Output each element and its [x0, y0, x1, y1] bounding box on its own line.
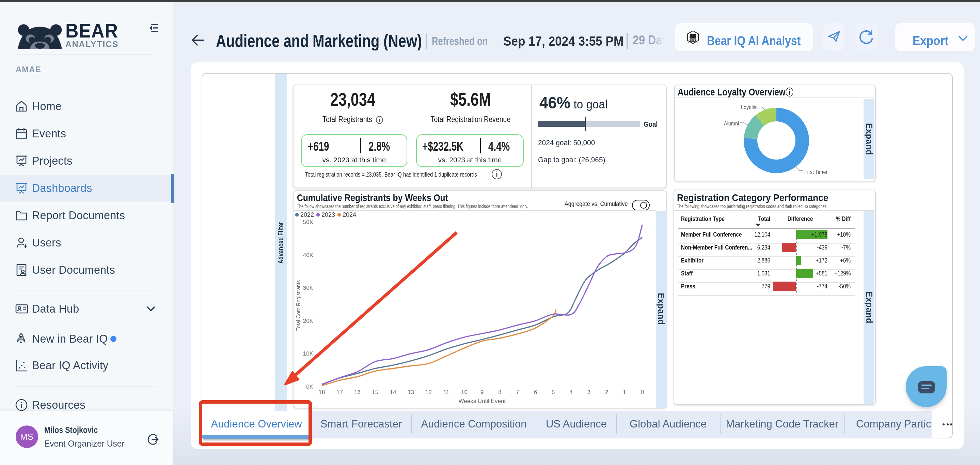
svg-text:1: 1: [623, 389, 626, 395]
svg-text:2024: 2024: [342, 211, 356, 218]
svg-text:17: 17: [336, 389, 343, 395]
svg-text:50K: 50K: [303, 219, 313, 225]
svg-text:10: 10: [461, 389, 468, 395]
svg-text:30K: 30K: [303, 284, 313, 291]
svg-text:10K: 10K: [303, 350, 313, 357]
svg-text:20K: 20K: [303, 318, 313, 324]
svg-text:0: 0: [641, 389, 644, 395]
svg-text:18: 18: [319, 389, 325, 395]
svg-text:9: 9: [480, 389, 484, 395]
svg-text:3: 3: [587, 389, 590, 395]
svg-text:2: 2: [605, 389, 608, 395]
svg-text:11: 11: [443, 389, 449, 395]
svg-text:2023: 2023: [321, 211, 335, 218]
svg-text:BEAR: BEAR: [690, 39, 696, 42]
svg-text:Weeks Until Event: Weeks Until Event: [459, 398, 506, 404]
svg-text:7: 7: [516, 389, 519, 395]
svg-text:14: 14: [390, 389, 396, 395]
svg-text:8: 8: [498, 389, 501, 395]
svg-text:4: 4: [570, 389, 573, 395]
svg-text:12: 12: [425, 389, 432, 395]
svg-text:Total Core Registrants: Total Core Registrants: [295, 280, 302, 331]
svg-text:6: 6: [534, 389, 537, 395]
svg-text:13: 13: [407, 389, 414, 395]
svg-text:16: 16: [354, 389, 361, 395]
svg-text:2022: 2022: [300, 211, 314, 218]
svg-text:0K: 0K: [306, 384, 313, 390]
svg-text:5: 5: [552, 389, 555, 395]
svg-text:40K: 40K: [303, 252, 313, 259]
svg-text:15: 15: [372, 389, 378, 395]
